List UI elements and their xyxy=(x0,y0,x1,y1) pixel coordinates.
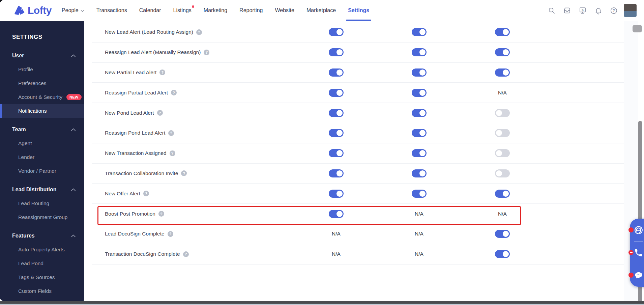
notification-toggle[interactable] xyxy=(495,28,510,36)
help-icon[interactable]: ? xyxy=(159,70,165,75)
notification-toggle[interactable] xyxy=(329,28,344,36)
notification-toggle[interactable] xyxy=(329,68,344,77)
nav-calendar[interactable]: Calendar xyxy=(139,0,161,21)
table-row: Transaction Collaboration Invite? xyxy=(92,164,629,184)
sidebar-item-lead-pond[interactable]: Lead Pond xyxy=(0,256,84,270)
notification-toggle[interactable] xyxy=(495,129,510,137)
notification-toggle[interactable] xyxy=(329,109,344,117)
toggle-knob xyxy=(503,231,509,237)
nav-settings-label: Settings xyxy=(348,7,369,13)
notification-toggle[interactable] xyxy=(329,89,344,97)
sidebar-item-reassignment-group[interactable]: Reassignment Group xyxy=(0,210,84,224)
notification-toggle[interactable] xyxy=(495,109,510,117)
toggle-cell-2 xyxy=(403,83,435,103)
content-scroll-thumb[interactable] xyxy=(633,25,642,32)
sidebar-item-account-security[interactable]: Account & Security NEW xyxy=(0,90,84,104)
toggle-cell-2 xyxy=(403,164,435,184)
notification-toggle[interactable] xyxy=(412,149,427,157)
table-row: New Transaction Assigned? xyxy=(92,143,629,164)
notification-toggle[interactable] xyxy=(412,129,427,137)
notification-toggle[interactable] xyxy=(495,68,510,77)
nav-website[interactable]: Website xyxy=(275,0,294,21)
notification-toggle[interactable] xyxy=(329,190,344,198)
help-icon[interactable]: ? xyxy=(143,191,149,196)
help-circle-icon[interactable]: ? xyxy=(610,6,618,15)
nav-people[interactable]: People xyxy=(62,0,84,21)
toggle-cell-2 xyxy=(403,103,435,123)
notification-toggle[interactable] xyxy=(329,149,344,157)
notification-toggle[interactable] xyxy=(412,28,427,36)
item-label: Vendor / Partner xyxy=(18,168,56,174)
sidebar-item-preferences[interactable]: Preferences xyxy=(0,76,84,90)
chat-bubble-icon[interactable] xyxy=(633,270,644,281)
sidebar-item-tags-sources[interactable]: Tags & Sources xyxy=(0,270,84,284)
notification-toggle[interactable] xyxy=(329,210,344,218)
phone-icon[interactable] xyxy=(633,247,644,258)
search-icon[interactable] xyxy=(548,6,556,15)
help-icon[interactable]: ? xyxy=(157,110,163,116)
lofty-logo[interactable]: Lofty xyxy=(12,4,52,17)
sidebar-item-auto-property-alerts[interactable]: Auto Property Alerts xyxy=(0,243,84,256)
table-row: New Lead Alert (Lead Routing Assign)? xyxy=(92,22,629,43)
toggle-knob xyxy=(419,130,426,136)
notification-toggle[interactable] xyxy=(329,129,344,137)
toggle-knob xyxy=(419,191,426,197)
notification-toggle[interactable] xyxy=(495,230,510,238)
notification-toggle[interactable] xyxy=(495,250,510,258)
help-icon[interactable]: ? xyxy=(168,231,173,237)
nav-marketplace[interactable]: Marketplace xyxy=(306,0,336,21)
nav-settings[interactable]: Settings xyxy=(348,0,369,21)
notification-toggle[interactable] xyxy=(412,169,427,177)
notification-toggle[interactable] xyxy=(329,48,344,56)
row-label: Reassign Lead Alert (Manually Reassign)? xyxy=(92,49,209,55)
sidebar-item-profile[interactable]: Profile xyxy=(0,62,84,76)
sidebar-section-features[interactable]: Features xyxy=(0,229,84,243)
help-icon[interactable]: ? xyxy=(171,90,177,95)
notification-toggle[interactable] xyxy=(412,190,427,198)
row-label-text: Lead DocuSign Complete xyxy=(105,231,165,237)
help-icon[interactable]: ? xyxy=(196,29,202,35)
inbox-icon[interactable] xyxy=(563,6,571,15)
nav-reporting[interactable]: Reporting xyxy=(239,0,263,21)
nav-listings[interactable]: Listings xyxy=(173,0,192,21)
toggle-cell-2: N/A xyxy=(403,244,435,264)
nav-transactions[interactable]: Transactions xyxy=(96,0,127,21)
toggle-cell-3 xyxy=(486,123,519,143)
notification-toggle[interactable] xyxy=(412,68,427,77)
sidebar-item-integrations[interactable]: Integrations xyxy=(0,298,84,301)
billing-icon[interactable]: $ xyxy=(579,6,587,15)
sidebar-item-agent[interactable]: Agent xyxy=(0,136,84,150)
notification-toggle[interactable] xyxy=(495,169,510,177)
help-icon[interactable]: ? xyxy=(168,130,174,136)
sidebar-item-notifications[interactable]: Notifications xyxy=(0,104,84,118)
toggle-cell-1 xyxy=(320,123,352,143)
notification-toggle[interactable] xyxy=(495,149,510,157)
help-icon[interactable]: ? xyxy=(183,251,189,257)
notification-toggle[interactable] xyxy=(329,169,344,177)
notification-toggle[interactable] xyxy=(495,48,510,56)
notification-toggle[interactable] xyxy=(412,89,427,97)
sidebar-item-lead-routing[interactable]: Lead Routing xyxy=(0,196,84,210)
help-icon[interactable]: ? xyxy=(170,150,175,156)
help-icon[interactable]: ? xyxy=(158,211,164,217)
row-label-text: New Lead Alert (Lead Routing Assign) xyxy=(105,29,193,35)
sidebar-section-user[interactable]: User xyxy=(0,49,84,62)
nav-listings-label: Listings xyxy=(173,7,192,13)
nav-marketing[interactable]: Marketing xyxy=(204,0,227,21)
toggle-knob xyxy=(336,170,343,176)
help-icon[interactable]: ? xyxy=(181,170,187,176)
sidebar-item-lender[interactable]: Lender xyxy=(0,150,84,164)
notification-toggle[interactable] xyxy=(412,109,427,117)
notifications-bell-icon[interactable] xyxy=(594,6,602,15)
support-agent-icon[interactable] xyxy=(633,225,644,235)
toggle-knob xyxy=(336,211,343,217)
sidebar-item-vendor-partner[interactable]: Vendor / Partner xyxy=(0,164,84,178)
user-avatar[interactable] xyxy=(624,4,637,17)
notification-toggle[interactable] xyxy=(412,48,427,56)
notification-toggle[interactable] xyxy=(495,190,510,198)
sidebar-section-lead-distribution[interactable]: Lead Distribution xyxy=(0,183,84,196)
help-icon[interactable]: ? xyxy=(204,50,209,55)
sidebar-item-custom-fields[interactable]: Custom Fields xyxy=(0,284,84,298)
sidebar-section-team[interactable]: Team xyxy=(0,122,84,136)
chevron-up-icon xyxy=(71,234,76,237)
